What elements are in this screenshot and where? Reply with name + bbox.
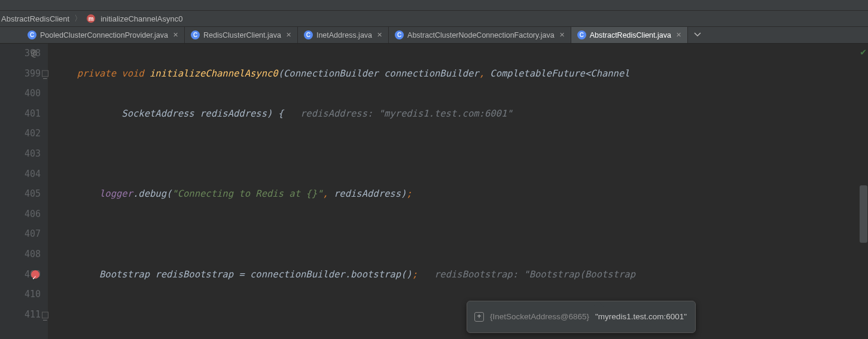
line-number: 407 (25, 228, 41, 239)
line-number: 406 (25, 209, 41, 219)
override-icon: @ (31, 44, 36, 64)
breadcrumb: AbstractRedisClient 〉 m initializeChanne… (0, 11, 868, 27)
method-name: initializeChannelAsync0 (150, 68, 278, 79)
type: Channel (590, 68, 629, 79)
tab-inet-address[interactable]: C InetAddress.java ✕ (298, 27, 389, 43)
tooltip-ref: {InetSocketAddress@6865} (490, 307, 589, 327)
code-line[interactable] (66, 144, 868, 164)
line-number: 408 (25, 249, 41, 259)
tab-abstract-cluster-node[interactable]: C AbstractClusterNodeConnectionFactory.j… (389, 27, 571, 43)
line-number: 403 (25, 148, 41, 159)
line-number: 411 (25, 309, 41, 320)
tab-label: AbstractRedisClient.java (590, 31, 671, 39)
tab-abstract-redis-client[interactable]: C AbstractRedisClient.java ✕ (571, 27, 688, 43)
inline-hint: redisBootstrap: "Bootstrap(Bootstrap (434, 269, 635, 280)
code-line[interactable]: private void initializeChannelAsync0(Con… (66, 64, 868, 84)
java-class-icon: C (577, 30, 586, 39)
tooltip-value: "myredis1.test.com:6001" (595, 307, 687, 327)
line-number: 405 (25, 188, 41, 199)
toolbar (0, 0, 868, 11)
variable: redisBootstrap (155, 269, 233, 280)
editor-tabs: C PooledClusterConnectionProvider.java ✕… (0, 27, 868, 44)
code-line[interactable]: logger.debug("Connecting to Redis at {}"… (66, 184, 868, 204)
field: logger (99, 188, 133, 199)
line-number: 400 (25, 88, 41, 99)
java-class-icon: C (191, 30, 200, 39)
breadcrumb-class[interactable]: AbstractRedisClient (1, 14, 69, 23)
java-class-icon: C (304, 30, 313, 39)
line-number: 399 (25, 68, 41, 79)
param: connectionBuilder (384, 68, 479, 79)
keyword: void (121, 68, 144, 79)
vertical-scrollbar[interactable] (860, 185, 867, 243)
line-number: 410 (25, 289, 41, 300)
type: ConnectionBuilder (284, 68, 379, 79)
gutter[interactable]: 398@ 399 400 401 402 403 404 405 406 407… (0, 44, 48, 339)
close-icon[interactable]: ✕ (559, 31, 565, 39)
close-icon[interactable]: ✕ (676, 31, 681, 39)
more-tabs-icon[interactable] (688, 30, 707, 39)
breadcrumb-method[interactable]: initializeChannelAsync0 (100, 14, 182, 23)
line-number: 404 (25, 169, 41, 179)
close-icon[interactable]: ✕ (377, 31, 382, 39)
code-editor[interactable]: 398@ 399 400 401 402 403 404 405 406 407… (0, 44, 868, 339)
tab-label: PooledClusterConnectionProvider.java (40, 31, 168, 39)
param: redisAddress (200, 108, 267, 119)
tab-label: InetAddress.java (316, 31, 372, 39)
type: Bootstrap (99, 269, 150, 280)
param: redisAddress (334, 188, 401, 199)
param: connectionBuilder (250, 269, 345, 280)
line-number: 402 (25, 128, 41, 139)
code-area[interactable]: private void initializeChannelAsync0(Con… (48, 44, 868, 339)
type: SocketAddress (121, 108, 194, 119)
inline-hint: redisAddress: "myredis1.test.com:6001" (300, 108, 513, 119)
tab-redis-cluster[interactable]: C RedisClusterClient.java ✕ (185, 27, 298, 43)
code-line[interactable]: SocketAddress redisAddress) { redisAddre… (66, 104, 868, 124)
method-icon: m (87, 14, 95, 23)
plus-icon[interactable]: + (474, 312, 484, 322)
chevron-right-icon: 〉 (72, 13, 84, 24)
close-icon[interactable]: ✕ (286, 31, 291, 39)
java-class-icon: C (395, 30, 404, 39)
breakpoint-icon[interactable] (31, 270, 39, 279)
close-icon[interactable]: ✕ (173, 31, 178, 39)
tab-pooled-cluster[interactable]: C PooledClusterConnectionProvider.java ✕ (22, 27, 185, 43)
tab-label: RedisClusterClient.java (203, 31, 281, 39)
type: CompletableFuture (490, 68, 585, 79)
code-line[interactable]: Bootstrap redisBootstrap = connectionBui… (66, 265, 868, 285)
java-class-icon: C (28, 30, 36, 39)
tab-label: AbstractClusterNodeConnectionFactory.jav… (407, 31, 555, 39)
string-literal: "Connecting to Redis at {}" (172, 188, 322, 199)
evaluate-tooltip[interactable]: + {InetSocketAddress@6865} "myredis1.tes… (467, 301, 696, 333)
keyword: private (77, 68, 116, 79)
method-call: bootstrap (351, 269, 401, 280)
method-call: debug (138, 188, 166, 199)
code-line[interactable] (66, 224, 868, 245)
line-number: 401 (25, 108, 41, 119)
inspection-ok-icon[interactable]: ✔ (860, 46, 866, 57)
